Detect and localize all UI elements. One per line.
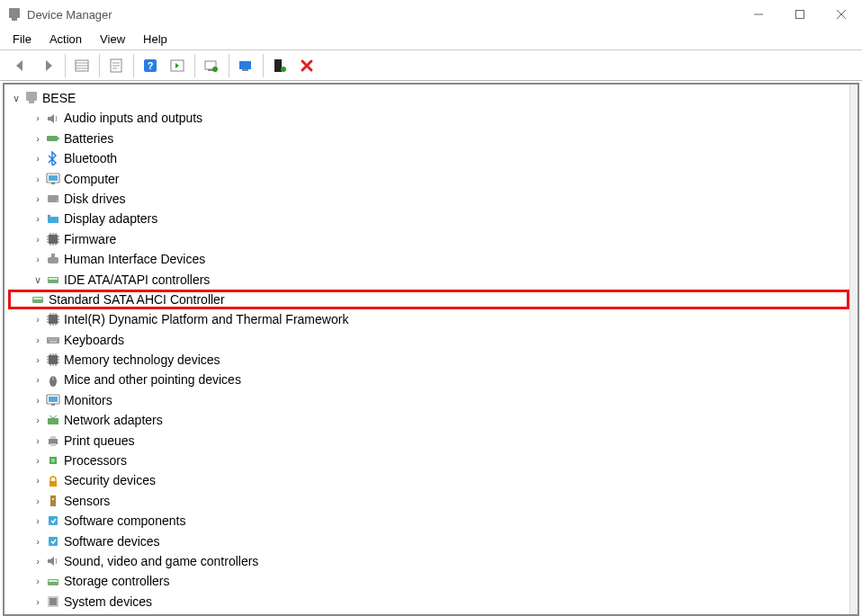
tree-node-audio[interactable]: › Audio inputs and outputs xyxy=(10,108,849,128)
disk-icon xyxy=(45,191,61,207)
uninstall-device-button[interactable] xyxy=(268,54,292,77)
expand-collapse-icon[interactable]: › xyxy=(31,592,44,612)
expand-collapse-icon[interactable]: › xyxy=(31,169,44,189)
scan-hardware-button[interactable] xyxy=(200,54,223,77)
tree-node-bluetooth[interactable]: › Bluetooth xyxy=(10,148,849,168)
expand-collapse-icon[interactable]: › xyxy=(31,330,44,350)
keyboard-icon xyxy=(45,332,61,348)
tree-node-label: Intel(R) Dynamic Platform and Thermal Fr… xyxy=(64,309,352,329)
tree-node-mice[interactable]: › Mice and other pointing devices xyxy=(10,370,849,389)
scrollbar-vertical[interactable] xyxy=(849,85,858,614)
chip-icon xyxy=(45,231,61,247)
tree-node-computer[interactable]: › Computer xyxy=(10,169,849,189)
expand-collapse-icon[interactable]: › xyxy=(31,551,44,571)
expand-collapse-icon[interactable]: › xyxy=(31,470,44,490)
tree-node-root[interactable]: ∨ BESE xyxy=(10,88,849,108)
menu-file[interactable]: File xyxy=(4,31,40,48)
tree-node-label: Memory technology devices xyxy=(64,350,224,370)
tree-node-display[interactable]: › Display adapters xyxy=(10,209,849,228)
tree-node-label: Security devices xyxy=(64,470,159,490)
action-menu-button[interactable] xyxy=(166,54,189,77)
tree-node-sata[interactable]: Standard SATA AHCI Controller xyxy=(8,290,849,309)
titlebar: Device Manager xyxy=(0,0,862,29)
battery-icon xyxy=(45,130,61,147)
expand-collapse-icon[interactable]: › xyxy=(31,531,44,551)
hid-icon xyxy=(45,251,61,267)
tree-node-network[interactable]: › Network adapters xyxy=(10,410,849,430)
show-hide-console-tree-button[interactable] xyxy=(70,54,94,77)
tree-node-label: Sensors xyxy=(64,491,113,511)
tree-node-label: Batteries xyxy=(64,129,117,148)
close-button[interactable] xyxy=(821,0,862,29)
expand-collapse-icon[interactable]: › xyxy=(31,129,44,148)
tree-node-disk[interactable]: › Disk drives xyxy=(10,189,849,209)
tree-node-monitors[interactable]: › Monitors xyxy=(10,390,849,410)
tree-node-label: Audio inputs and outputs xyxy=(64,108,206,128)
properties-button[interactable] xyxy=(104,54,128,77)
help-button[interactable]: ? xyxy=(139,54,162,77)
tree-node-swdev[interactable]: › Software devices xyxy=(10,531,849,551)
expand-collapse-icon[interactable]: › xyxy=(31,309,44,329)
expand-collapse-icon[interactable]: › xyxy=(31,571,44,591)
tree-node-keyboards[interactable]: › Keyboards xyxy=(10,330,849,350)
tree-node-sound[interactable]: › Sound, video and game controllers xyxy=(10,551,849,571)
tree-node-label: IDE ATA/ATAPI controllers xyxy=(64,270,213,290)
back-button[interactable] xyxy=(9,54,32,77)
tree-node-print[interactable]: › Print queues xyxy=(10,431,849,451)
minimize-button[interactable] xyxy=(738,0,779,29)
tree-panel: ∨ BESE › Audio inputs and outputs › Batt… xyxy=(3,83,859,616)
tree-node-label: Monitors xyxy=(64,390,116,410)
expand-collapse-icon[interactable]: › xyxy=(31,148,44,168)
tree-node-label: Disk drives xyxy=(64,189,129,209)
update-driver-button[interactable] xyxy=(234,54,257,77)
expand-collapse-icon[interactable]: ∨ xyxy=(10,88,22,108)
menu-action[interactable]: Action xyxy=(40,31,91,48)
expand-collapse-icon[interactable]: ∨ xyxy=(31,270,44,290)
menu-help[interactable]: Help xyxy=(134,31,176,48)
tree-node-label: Keyboards xyxy=(64,330,128,350)
chip-icon xyxy=(45,311,61,327)
expand-collapse-icon[interactable]: › xyxy=(31,249,44,269)
expand-collapse-icon[interactable]: › xyxy=(31,350,44,370)
expand-collapse-icon[interactable]: › xyxy=(31,189,44,209)
system-icon xyxy=(45,594,61,610)
tree-node-batteries[interactable]: › Batteries xyxy=(10,129,849,148)
tree-node-storage[interactable]: › Storage controllers xyxy=(10,571,849,591)
network-icon xyxy=(45,412,61,428)
expand-collapse-icon[interactable]: › xyxy=(31,491,44,511)
forward-button[interactable] xyxy=(36,54,59,77)
expand-collapse-icon[interactable]: › xyxy=(31,511,44,531)
disable-device-button[interactable] xyxy=(295,54,319,77)
menu-view[interactable]: View xyxy=(91,31,134,48)
tree-node-hid[interactable]: › Human Interface Devices xyxy=(10,249,849,269)
sw-icon xyxy=(45,513,61,529)
tree-node-cpu[interactable]: › Processors xyxy=(10,451,849,470)
expand-collapse-icon[interactable]: › xyxy=(31,229,44,249)
expand-collapse-icon[interactable]: › xyxy=(31,108,44,128)
device-tree[interactable]: ∨ BESE › Audio inputs and outputs › Batt… xyxy=(4,85,849,614)
tree-node-label: Storage controllers xyxy=(64,571,174,591)
tree-node-label: Mice and other pointing devices xyxy=(64,370,245,389)
tree-node-label: Software components xyxy=(64,511,189,531)
maximize-button[interactable] xyxy=(779,0,821,29)
tree-node-intel[interactable]: › Intel(R) Dynamic Platform and Thermal … xyxy=(10,309,849,329)
expand-collapse-icon[interactable]: › xyxy=(31,209,44,228)
expand-collapse-icon[interactable]: › xyxy=(31,370,44,389)
computer-icon xyxy=(23,90,40,106)
tree-node-ide[interactable]: ∨ IDE ATA/ATAPI controllers xyxy=(10,270,849,290)
tree-node-memtech[interactable]: › Memory technology devices xyxy=(10,350,849,370)
tree-node-swcomp[interactable]: › Software components xyxy=(10,511,849,531)
expand-collapse-icon[interactable]: › xyxy=(31,410,44,430)
tree-node-system[interactable]: › System devices xyxy=(10,592,849,612)
tree-node-security[interactable]: › Security devices xyxy=(10,470,849,490)
app-icon xyxy=(7,7,22,22)
expand-collapse-icon[interactable]: › xyxy=(31,451,44,470)
svg-rect-12 xyxy=(242,69,248,71)
expand-collapse-icon[interactable]: › xyxy=(31,390,44,410)
tree-node-label: BESE xyxy=(42,88,79,108)
tree-node-firmware[interactable]: › Firmware xyxy=(10,229,849,249)
tree-node-sensors[interactable]: › Sensors xyxy=(10,491,849,511)
mouse-icon xyxy=(45,372,61,388)
svg-rect-13 xyxy=(274,59,282,72)
expand-collapse-icon[interactable]: › xyxy=(31,431,44,451)
